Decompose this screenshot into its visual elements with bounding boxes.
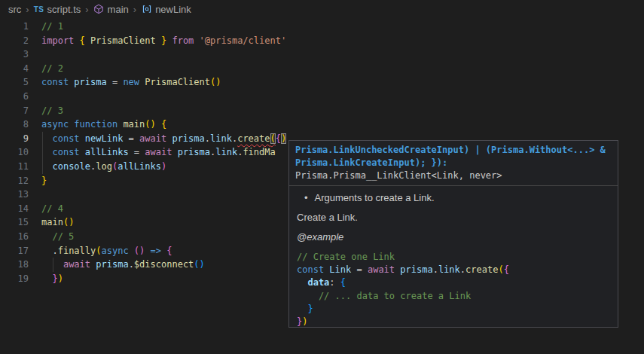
code-line-content[interactable]: main()	[41, 215, 74, 230]
code-token: prisma	[96, 259, 128, 270]
hover-tooltip[interactable]: Prisma.LinkUncheckedCreateInput) | (Pris…	[288, 140, 618, 328]
code-line-content[interactable]: console.log(allLinks)	[41, 160, 166, 174]
code-line-content[interactable]: const newLink = await prisma.link.create…	[41, 132, 286, 146]
breadcrumb-item-src[interactable]: src	[8, 4, 21, 15]
typescript-file-icon: TS	[34, 5, 44, 14]
breadcrumb-item-newLink[interactable]: newLink	[141, 4, 191, 15]
example-code-line: }	[297, 303, 610, 316]
line-number[interactable]: 15	[0, 215, 29, 230]
code-line-content[interactable]: const allLinks = await prisma.link.findM…	[41, 145, 276, 160]
code-token: prisma	[172, 133, 204, 144]
code-token: ()	[63, 217, 74, 227]
line-number[interactable]: 2	[0, 34, 29, 48]
code-line-6[interactable]: 6	[0, 90, 644, 104]
code-line-content[interactable]: // 5	[41, 230, 74, 244]
code-token: ()	[194, 259, 204, 270]
code-token: }	[52, 273, 57, 284]
code-token	[41, 133, 52, 144]
doc-code-example: // Create one Linkconst Link = await pri…	[297, 251, 610, 328]
line-number[interactable]: 8	[0, 117, 29, 132]
doc-description: Create a Link.	[297, 212, 610, 223]
line-number[interactable]: 5	[0, 75, 29, 90]
code-token: // 4	[41, 203, 63, 214]
code-token: // Create one Link	[297, 252, 395, 262]
code-token: // 1	[41, 21, 63, 32]
code-line-content[interactable]: })	[41, 272, 63, 286]
line-number[interactable]: 7	[0, 104, 29, 118]
signature-line: Prisma.LinkUncheckedCreateInput) | (Pris…	[295, 144, 612, 157]
code-token: const	[297, 264, 329, 275]
code-token: $disconnect	[134, 259, 194, 270]
code-token: const	[41, 77, 74, 87]
line-number[interactable]: 16	[0, 230, 29, 244]
code-token: allLinks	[118, 161, 161, 172]
code-token: ()	[145, 119, 155, 130]
breadcrumb-label: newLink	[155, 4, 191, 15]
breadcrumb-item-main[interactable]: main	[93, 4, 129, 15]
line-number[interactable]: 12	[0, 174, 29, 188]
example-code-line: })	[297, 316, 610, 328]
hover-docs: • Arguments to create a Link. Create a L…	[289, 185, 618, 328]
code-token: async	[102, 246, 134, 256]
line-number[interactable]: 17	[0, 244, 29, 258]
vscode-window: src›TSscript.ts›main›newLink 1// 12impor…	[0, 0, 644, 354]
line-number[interactable]: 10	[0, 145, 29, 160]
code-token: // ... data to create a Link	[297, 291, 471, 301]
code-token: // 5	[41, 231, 74, 242]
line-number[interactable]: 6	[0, 90, 29, 104]
code-token: data	[297, 277, 329, 288]
code-token: newLink	[85, 133, 129, 144]
breadcrumb-item-script.ts[interactable]: TSscript.ts	[34, 4, 81, 15]
example-code-line: data: {	[297, 276, 610, 289]
code-line-content[interactable]: .finally(async () => {	[41, 244, 172, 258]
line-number[interactable]: 11	[0, 160, 29, 174]
code-token: {	[340, 277, 346, 288]
code-token: async	[41, 119, 74, 130]
line-number[interactable]: 9	[0, 132, 29, 146]
code-token: prisma	[178, 147, 210, 157]
code-line-2[interactable]: 2import { PrismaClient } from '@prisma/c…	[0, 34, 644, 48]
code-token: link	[438, 264, 460, 275]
code-line-content[interactable]: // 3	[41, 104, 63, 118]
breadcrumb-separator: ›	[26, 4, 29, 15]
code-line-5[interactable]: 5const prisma = new PrismaClient()	[0, 75, 644, 90]
line-number[interactable]: 19	[0, 272, 29, 286]
code-token: await	[145, 147, 177, 157]
code-line-content[interactable]: // 2	[41, 62, 63, 76]
code-line-8[interactable]: 8async function main() {	[0, 117, 644, 132]
code-token: main	[41, 217, 63, 227]
code-line-content[interactable]: }	[41, 174, 47, 188]
code-token: link	[215, 147, 237, 157]
signature-line: Prisma.Prisma__LinkClient<Link, never>	[295, 169, 612, 182]
indent-guide	[53, 258, 53, 272]
code-line-content[interactable]: async function main() {	[41, 117, 166, 132]
code-token: log	[96, 161, 112, 172]
code-token: )	[302, 316, 307, 327]
code-token: import	[41, 35, 80, 46]
code-line-content[interactable]: await prisma.$disconnect()	[41, 258, 205, 272]
line-number[interactable]: 4	[0, 62, 29, 76]
breadcrumb: src›TSscript.ts›main›newLink	[0, 0, 644, 18]
code-line-4[interactable]: 4// 2	[0, 62, 644, 76]
code-token: }	[297, 304, 313, 314]
code-line-1[interactable]: 1// 1	[0, 20, 644, 34]
line-number[interactable]: 18	[0, 258, 29, 272]
code-token: await	[368, 264, 400, 275]
code-line-content[interactable]: import { PrismaClient } from '@prisma/cl…	[41, 34, 286, 48]
example-code-line: // ... data to create a Link	[297, 290, 610, 303]
code-token: }	[41, 175, 47, 186]
line-number[interactable]: 1	[0, 20, 29, 34]
bullet-icon: •	[304, 192, 308, 203]
code-token: {	[166, 246, 172, 256]
code-line-3[interactable]: 3	[0, 47, 644, 62]
code-token: =	[112, 77, 123, 87]
code-line-content[interactable]: const prisma = new PrismaClient()	[41, 75, 221, 90]
code-line-content[interactable]: // 1	[41, 20, 63, 34]
code-line-7[interactable]: 7// 3	[0, 104, 644, 118]
line-number[interactable]: 3	[0, 47, 29, 62]
code-token: :	[329, 277, 340, 288]
code-token: main	[123, 119, 145, 130]
line-number[interactable]: 14	[0, 202, 29, 216]
line-number[interactable]: 13	[0, 188, 29, 202]
code-line-content[interactable]: // 4	[41, 202, 63, 216]
